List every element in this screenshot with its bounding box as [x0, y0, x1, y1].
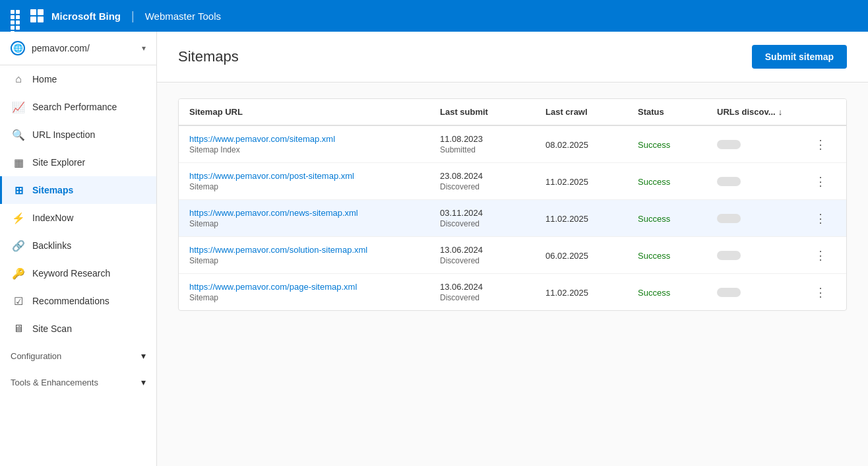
last-submit-cell: 13.06.2024 Discovered	[440, 282, 545, 302]
configuration-chevron-icon: ▾	[141, 350, 146, 361]
status-cell: Success	[638, 250, 717, 261]
app-name: Webmaster Tools	[145, 11, 221, 22]
submit-sub: Submitted	[440, 145, 545, 154]
table-row: https://www.pemavor.com/news-sitemap.xml…	[179, 200, 846, 237]
topnav: Microsoft Bing | Webmaster Tools	[0, 0, 868, 32]
url-cell: https://www.pemavor.com/news-sitemap.xml…	[189, 208, 440, 228]
keyword-icon: 🔑	[13, 267, 24, 279]
sidebar-item-search-performance-label: Search Performance	[32, 102, 117, 112]
last-submit-cell: 03.11.2024 Discovered	[440, 208, 545, 228]
sidebar-item-site-scan[interactable]: 🖥 Site Scan	[0, 315, 156, 343]
sidebar-item-keyword-research[interactable]: 🔑 Keyword Research	[0, 259, 156, 287]
urls-count-bar	[717, 214, 741, 223]
sitemaps-icon: ⊞	[13, 184, 24, 196]
sidebar-item-indexnow[interactable]: ⚡ IndexNow	[0, 204, 156, 232]
table-row: https://www.pemavor.com/post-sitemap.xml…	[179, 163, 846, 200]
scan-icon: 🖥	[13, 323, 24, 335]
main-header: Sitemaps Submit sitemap	[157, 32, 868, 83]
more-actions-button[interactable]: ⋮	[809, 172, 832, 191]
status-cell: Success	[638, 287, 717, 298]
chevron-down-icon: ▾	[142, 44, 146, 53]
more-actions-button[interactable]: ⋮	[809, 283, 832, 302]
site-name: pemavor.com/	[32, 43, 135, 53]
tools-enhancements-section[interactable]: Tools & Enhancements ▾	[0, 369, 156, 395]
backlinks-icon: 🔗	[13, 240, 24, 251]
sidebar-item-recommendations[interactable]: ☑ Recommendations	[0, 287, 156, 315]
home-icon: ⌂	[13, 73, 24, 85]
col-last-submit: Last submit	[440, 107, 545, 117]
sitemap-type: Sitemap Index	[189, 145, 440, 154]
globe-icon: 🌐	[11, 41, 25, 55]
sidebar-item-search-performance[interactable]: 📈 Search Performance	[0, 93, 156, 121]
sidebar-item-backlinks[interactable]: 🔗 Backlinks	[0, 232, 156, 259]
sitemap-url[interactable]: https://www.pemavor.com/post-sitemap.xml	[189, 171, 440, 181]
sitemap-type: Sitemap	[189, 256, 440, 265]
actions-cell: ⋮	[809, 209, 836, 228]
actions-cell: ⋮	[809, 135, 836, 154]
crawl-date: 11.02.2025	[545, 288, 588, 298]
col-status: Status	[638, 107, 717, 117]
sitemaps-table: Sitemap URL Last submit Last crawl Statu…	[178, 98, 847, 311]
sitemap-url[interactable]: https://www.pemavor.com/solution-sitemap…	[189, 245, 440, 255]
col-urls-discovered[interactable]: URLs discov... ↓	[717, 107, 809, 117]
status-badge: Success	[638, 177, 670, 187]
urls-count-bar	[717, 288, 741, 297]
urls-count-bar	[717, 140, 741, 149]
urls-count-cell	[717, 214, 809, 223]
recommendations-icon: ☑	[13, 295, 24, 307]
url-cell: https://www.pemavor.com/post-sitemap.xml…	[189, 171, 440, 191]
sidebar-item-site-scan-label: Site Scan	[32, 323, 72, 334]
actions-cell: ⋮	[809, 172, 836, 191]
sidebar-item-home[interactable]: ⌂ Home	[0, 65, 156, 93]
submit-sub: Discovered	[440, 293, 545, 302]
sitemap-url[interactable]: https://www.pemavor.com/page-sitemap.xml	[189, 282, 440, 292]
last-submit-cell: 23.08.2024 Discovered	[440, 171, 545, 191]
sidebar-item-sitemaps-label: Sitemaps	[32, 185, 73, 195]
crawl-date: 11.02.2025	[545, 214, 588, 224]
sitemap-icon: ▦	[13, 156, 24, 168]
sitemap-url[interactable]: https://www.pemavor.com/news-sitemap.xml	[189, 208, 440, 218]
sidebar-item-url-inspection[interactable]: 🔍 URL Inspection	[0, 121, 156, 149]
tools-enhancements-label: Tools & Enhancements	[11, 378, 98, 387]
sidebar-item-url-inspection-label: URL Inspection	[32, 129, 95, 140]
site-selector[interactable]: 🌐 pemavor.com/ ▾	[0, 32, 156, 65]
more-actions-button[interactable]: ⋮	[809, 135, 832, 154]
submit-date: 23.08.2024	[440, 171, 545, 181]
sidebar: 🌐 pemavor.com/ ▾ ⌂ Home 📈 Search Perform…	[0, 32, 157, 466]
submit-sitemap-button[interactable]: Submit sitemap	[752, 45, 847, 69]
last-crawl-cell: 11.02.2025	[545, 176, 638, 187]
status-badge: Success	[638, 288, 670, 298]
submit-sub: Discovered	[440, 256, 545, 265]
table-row: https://www.pemavor.com/solution-sitemap…	[179, 237, 846, 274]
urls-count-bar	[717, 177, 741, 186]
status-badge: Success	[638, 140, 670, 150]
last-submit-cell: 13.06.2024 Discovered	[440, 245, 545, 265]
sitemap-url[interactable]: https://www.pemavor.com/sitemap.xml	[189, 134, 440, 144]
last-crawl-cell: 11.02.2025	[545, 287, 638, 298]
table-header: Sitemap URL Last submit Last crawl Statu…	[179, 99, 846, 126]
sidebar-item-sitemaps[interactable]: ⊞ Sitemaps	[0, 176, 156, 204]
urls-count-cell	[717, 288, 809, 297]
sidebar-item-recommendations-label: Recommendations	[32, 296, 109, 306]
sidebar-item-site-explorer[interactable]: ▦ Site Explorer	[0, 149, 156, 176]
configuration-section[interactable]: Configuration ▾	[0, 343, 156, 369]
page-title: Sitemaps	[178, 48, 239, 65]
grid-icon[interactable]	[11, 10, 22, 22]
last-crawl-cell: 11.02.2025	[545, 213, 638, 224]
submit-date: 13.06.2024	[440, 282, 545, 292]
url-cell: https://www.pemavor.com/page-sitemap.xml…	[189, 282, 440, 302]
configuration-label: Configuration	[11, 351, 61, 361]
more-actions-button[interactable]: ⋮	[809, 246, 832, 265]
crawl-date: 08.02.2025	[545, 140, 588, 150]
crawl-date: 06.02.2025	[545, 251, 588, 261]
sort-icon: ↓	[778, 107, 783, 117]
more-actions-button[interactable]: ⋮	[809, 209, 832, 228]
search-icon: 🔍	[13, 129, 24, 141]
sidebar-item-home-label: Home	[32, 74, 57, 84]
submit-sub: Discovered	[440, 219, 545, 228]
urls-count-cell	[717, 251, 809, 260]
sitemap-type: Sitemap	[189, 219, 440, 228]
url-cell: https://www.pemavor.com/sitemap.xml Site…	[189, 134, 440, 154]
sidebar-item-keyword-research-label: Keyword Research	[32, 268, 110, 279]
actions-cell: ⋮	[809, 246, 836, 265]
